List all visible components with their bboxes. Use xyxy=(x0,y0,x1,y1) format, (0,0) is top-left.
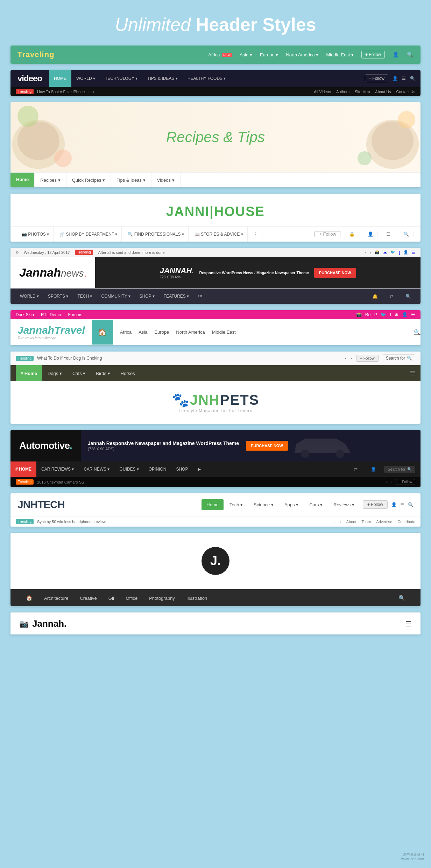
auto-nav-shop[interactable]: SHOP xyxy=(171,461,193,477)
about-link[interactable]: About xyxy=(346,520,356,524)
auto-nav-youtube[interactable]: ▶ xyxy=(193,461,206,477)
soundcloud-icon[interactable]: ☁ xyxy=(383,250,387,255)
next-icon[interactable]: › xyxy=(340,520,341,524)
auto-nav-home[interactable]: # HOME xyxy=(10,461,36,477)
next-icon[interactable]: › xyxy=(370,250,371,255)
tech-menu-icon[interactable]: ☰ xyxy=(400,502,404,507)
jannah-nav-features[interactable]: FEATURES ▾ xyxy=(160,289,193,304)
auto-search-box[interactable]: Search for 🔍 xyxy=(384,466,415,473)
jannah-nav-tech[interactable]: TECH ▾ xyxy=(73,289,96,304)
tech-nav-home[interactable]: Home xyxy=(202,499,224,510)
facebook-icon[interactable]: f xyxy=(399,250,400,255)
recipes-nav-tips[interactable]: Tips & Ideas ▾ xyxy=(111,173,151,187)
pet-nav-horses[interactable]: Horses xyxy=(116,365,140,381)
menu-icon[interactable]: ☰ xyxy=(411,312,415,317)
pet-nav-birds[interactable]: Birds ▾ xyxy=(91,365,115,381)
jannihouse-follow-button[interactable]: + Follow xyxy=(315,231,341,237)
jannah-nav-community[interactable]: COMMUNITY ▾ xyxy=(97,289,134,304)
jannihouse-stories[interactable]: 📖 STORIES & ADVICE ▾ xyxy=(190,227,248,242)
auto-nav-guides[interactable]: GUIDES ▾ xyxy=(114,461,143,477)
videeo-user-icon[interactable]: 👤 xyxy=(393,76,398,81)
nav-middle-east[interactable]: Middle East ▾ xyxy=(326,52,354,57)
jannah-nav-search[interactable]: 🔍 xyxy=(401,294,415,299)
videeo-nav-tips[interactable]: TIPS & IDEAS ▾ xyxy=(142,70,183,87)
jannah-nav-world[interactable]: WORLD ▾ xyxy=(16,289,43,304)
jt-nav-middle-east[interactable]: Middle East xyxy=(212,329,236,335)
facebook-icon[interactable]: f xyxy=(390,312,391,317)
jannihouse-photos[interactable]: 📷 PHOTOS ▾ xyxy=(17,227,54,242)
jannihouse-more[interactable]: ⋮ xyxy=(249,227,262,242)
recipes-nav-home[interactable]: Home xyxy=(10,173,35,187)
contribute-link[interactable]: Contribute xyxy=(397,520,415,524)
jannah-minimal-menu[interactable]: ☰ xyxy=(405,620,412,628)
rss-icon[interactable]: ⊕ xyxy=(395,312,398,317)
jannihouse-lock-icon[interactable]: 🔒 xyxy=(345,231,359,237)
jt-nav-africa[interactable]: Africa xyxy=(120,329,132,335)
videeo-follow-button[interactable]: + Follow xyxy=(365,75,388,82)
twitter-icon[interactable]: 🐦 xyxy=(381,312,386,317)
videeo-nav-technology[interactable]: TECHNOLOGY ▾ xyxy=(100,70,142,87)
hamburger-icon[interactable]: ☰ xyxy=(405,620,412,628)
jt-nav-europe[interactable]: Europe xyxy=(154,329,169,335)
prev-icon[interactable]: ‹ xyxy=(345,356,346,361)
nav-asia[interactable]: Asia ▾ xyxy=(240,52,252,57)
jt-search[interactable]: 🔍 xyxy=(414,329,421,335)
tech-nav-science[interactable]: Science ▾ xyxy=(249,499,278,510)
contact-link[interactable]: Contact Us xyxy=(396,90,415,94)
search-icon[interactable]: 🔍 xyxy=(407,467,412,472)
pet-menu-icon[interactable]: ☰ xyxy=(410,369,415,377)
auto-nav-car-reviews[interactable]: CAR REVIEWS ▾ xyxy=(36,461,79,477)
menu-icon[interactable]: ☰ xyxy=(412,250,415,255)
videeo-nav-world[interactable]: WORLD ▾ xyxy=(71,70,100,87)
advertise-link[interactable]: Advertise xyxy=(376,520,392,524)
prev-icon[interactable]: ‹ xyxy=(365,250,367,255)
jannah-nav-notification[interactable]: 🔔 xyxy=(368,294,382,299)
tech-search-icon[interactable]: 🔍 xyxy=(408,502,414,507)
prev-icon[interactable]: ‹ xyxy=(88,90,90,94)
nav-africa[interactable]: Africa NEW xyxy=(208,52,232,57)
jt-search-icon[interactable]: 🔍 xyxy=(414,329,421,335)
nav-europe[interactable]: Europe ▾ xyxy=(260,52,278,57)
j-search-icon[interactable]: 🔍 xyxy=(394,595,410,601)
j-nav-office[interactable]: Office xyxy=(121,590,142,606)
rtl-demo-link[interactable]: RTL Demo xyxy=(41,312,61,317)
forums-link[interactable]: Forums xyxy=(68,312,82,317)
tech-nav-cars[interactable]: Cars ▾ xyxy=(304,499,327,510)
jt-home-icon[interactable]: 🏠 xyxy=(92,320,113,345)
all-videos-link[interactable]: All Videos xyxy=(314,90,331,94)
pet-follow-button[interactable]: + Follow xyxy=(356,355,378,362)
videeo-search-icon[interactable]: 🔍 xyxy=(410,76,415,81)
tech-follow-button[interactable]: + Follow xyxy=(363,500,388,509)
recipes-nav-quick[interactable]: Quick Recipes ▾ xyxy=(66,173,111,187)
prev-icon[interactable]: ‹ xyxy=(386,480,388,484)
about-link[interactable]: About Us xyxy=(375,90,391,94)
videeo-nav-home[interactable]: HOME xyxy=(49,70,71,87)
tech-user-icon[interactable]: 👤 xyxy=(391,502,397,507)
jannah-nav-more[interactable]: ••• xyxy=(194,289,207,304)
jannah-nav-shop[interactable]: SHOP ▾ xyxy=(135,289,159,304)
tech-nav-reviews[interactable]: Reviews ▾ xyxy=(328,499,359,510)
auto-user-icon[interactable]: 👤 xyxy=(366,467,381,472)
team-link[interactable]: Team xyxy=(361,520,371,524)
auto-purchase-button[interactable]: PURCHASE NOW xyxy=(246,441,288,451)
instagram-icon[interactable]: 📸 xyxy=(356,312,362,317)
auto-nav-car-news[interactable]: CAR NEWS ▾ xyxy=(79,461,114,477)
recipes-nav-recipes[interactable]: Recipes ▾ xyxy=(35,173,66,187)
next-icon[interactable]: › xyxy=(93,90,94,94)
user-icon[interactable]: 👤 xyxy=(402,312,408,317)
recipes-nav-videos[interactable]: Videos ▾ xyxy=(151,173,181,187)
auto-follow-button[interactable]: + Follow xyxy=(396,479,415,485)
j-nav-creative[interactable]: Creative xyxy=(75,590,101,606)
search-icon[interactable]: 🔍 xyxy=(407,51,414,58)
auto-shuffle-icon[interactable]: ⇄ xyxy=(349,467,362,472)
jannihouse-search-icon[interactable]: 🔍 xyxy=(399,231,414,237)
dark-skin-link[interactable]: Dark Skin xyxy=(16,312,34,317)
search-icon[interactable]: 🔍 xyxy=(407,356,412,361)
jt-nav-asia[interactable]: Asia xyxy=(139,329,147,335)
tech-nav-apps[interactable]: Apps ▾ xyxy=(280,499,303,510)
j-nav-illustration[interactable]: Illustration xyxy=(182,590,212,606)
auto-nav-opinion[interactable]: OPINION xyxy=(144,461,171,477)
instagram-icon[interactable]: 📸 xyxy=(375,250,380,255)
twitter-icon[interactable]: 🐦 xyxy=(390,250,395,255)
user-icon[interactable]: 👤 xyxy=(403,250,408,255)
